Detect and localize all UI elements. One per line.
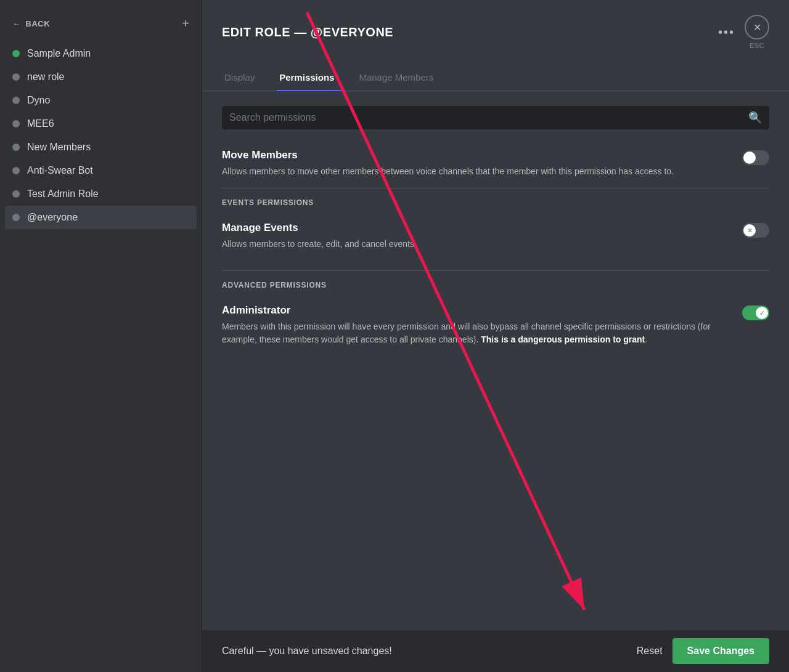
bottom-actions: Reset Save Changes xyxy=(637,638,769,664)
close-button[interactable]: ✕ ESC xyxy=(745,15,769,49)
events-section: EVENTS PERMISSIONS Manage Events Allows … xyxy=(222,198,769,261)
role-name: Test Admin Role xyxy=(27,188,99,200)
unsaved-warning: Careful — you have unsaved changes! xyxy=(222,646,392,657)
manage-events-permission: Manage Events Allows members to create, … xyxy=(222,217,769,261)
sidebar-item-mee6[interactable]: MEE6 xyxy=(5,112,197,136)
more-options-button[interactable]: ••• xyxy=(718,25,735,39)
sidebar-item-new-role[interactable]: new role xyxy=(5,65,197,89)
sidebar-item-anti-swear-bot[interactable]: Anti-Swear Bot xyxy=(5,159,197,182)
events-section-label: EVENTS PERMISSIONS xyxy=(222,198,769,207)
role-name: Dyno xyxy=(27,95,50,106)
tab-manage-members[interactable]: Manage Members xyxy=(356,67,443,91)
role-dot xyxy=(12,144,20,151)
admin-desc-bold: This is a dangerous permission to grant xyxy=(481,334,645,344)
back-label: BACK xyxy=(26,19,51,28)
role-name: Anti-Swear Bot xyxy=(27,165,93,176)
administrator-toggle[interactable]: ✓ xyxy=(742,306,769,320)
role-name: New Members xyxy=(27,142,91,153)
role-dot xyxy=(12,50,20,57)
sidebar-item-new-members[interactable]: New Members xyxy=(5,136,197,159)
move-members-title: Move Members xyxy=(222,149,727,161)
role-dot xyxy=(12,190,20,198)
tabs: DisplayPermissionsManage Members xyxy=(202,57,789,91)
save-changes-button[interactable]: Save Changes xyxy=(672,638,769,664)
page-title: EDIT ROLE — @EVERYONE xyxy=(222,25,393,39)
toggle-check-icon: ✓ xyxy=(759,309,765,317)
administrator-desc: Members with this permission will have e… xyxy=(222,320,727,346)
role-dot xyxy=(12,73,20,81)
tab-permissions[interactable]: Permissions xyxy=(277,67,344,91)
role-dot xyxy=(12,167,20,174)
role-name: Sample Admin xyxy=(27,48,91,59)
administrator-title: Administrator xyxy=(222,304,727,317)
add-role-button[interactable]: + xyxy=(182,17,189,30)
bottom-bar: Careful — you have unsaved changes! Rese… xyxy=(202,630,789,672)
administrator-permission: Administrator Members with this permissi… xyxy=(222,299,769,356)
role-dot xyxy=(12,120,20,128)
role-name: @everyone xyxy=(27,212,78,223)
section-divider xyxy=(222,270,769,271)
content-area: 🔍 Move Members Allows members to move ot… xyxy=(202,91,789,672)
back-button[interactable]: ← BACK xyxy=(12,19,50,28)
search-input[interactable] xyxy=(229,112,748,123)
move-members-permission: Move Members Allows members to move othe… xyxy=(222,144,769,188)
admin-desc-end: . xyxy=(645,334,647,344)
sidebar-item-test-admin-role[interactable]: Test Admin Role xyxy=(5,182,197,206)
advanced-section: ADVANCED PERMISSIONS Administrator Membe… xyxy=(222,281,769,356)
sidebar: ← BACK + Sample Admin new role Dyno MEE6… xyxy=(0,0,202,672)
role-name: MEE6 xyxy=(27,118,54,129)
tab-display[interactable]: Display xyxy=(222,67,264,91)
back-arrow-icon: ← xyxy=(12,19,21,28)
header-actions: ••• ✕ ESC xyxy=(718,15,769,49)
move-members-toggle[interactable] xyxy=(742,150,769,165)
sidebar-item-sample-admin[interactable]: Sample Admin xyxy=(5,42,197,65)
toggle-x-icon: ✕ xyxy=(747,227,753,235)
move-members-desc: Allows members to move other members bet… xyxy=(222,165,727,178)
manage-events-title: Manage Events xyxy=(222,222,727,234)
main-content: EDIT ROLE — @EVERYONE ••• ✕ ESC DisplayP… xyxy=(202,0,789,672)
reset-button[interactable]: Reset xyxy=(637,646,663,657)
sidebar-item-@everyone[interactable]: @everyone xyxy=(5,206,197,229)
manage-events-desc: Allows members to create, edit, and canc… xyxy=(222,238,727,251)
role-name: new role xyxy=(27,71,64,83)
role-list: Sample Admin new role Dyno MEE6 New Memb… xyxy=(0,42,202,229)
sidebar-header: ← BACK + xyxy=(0,12,202,42)
manage-events-toggle[interactable]: ✕ xyxy=(742,223,769,238)
search-box[interactable]: 🔍 xyxy=(222,106,769,129)
advanced-section-label: ADVANCED PERMISSIONS xyxy=(222,281,769,289)
close-icon[interactable]: ✕ xyxy=(745,15,769,39)
role-dot xyxy=(12,214,20,221)
esc-label: ESC xyxy=(750,42,764,49)
sidebar-item-dyno[interactable]: Dyno xyxy=(5,89,197,112)
main-header: EDIT ROLE — @EVERYONE ••• ✕ ESC xyxy=(202,0,789,49)
search-icon: 🔍 xyxy=(748,111,762,124)
role-dot xyxy=(12,97,20,104)
